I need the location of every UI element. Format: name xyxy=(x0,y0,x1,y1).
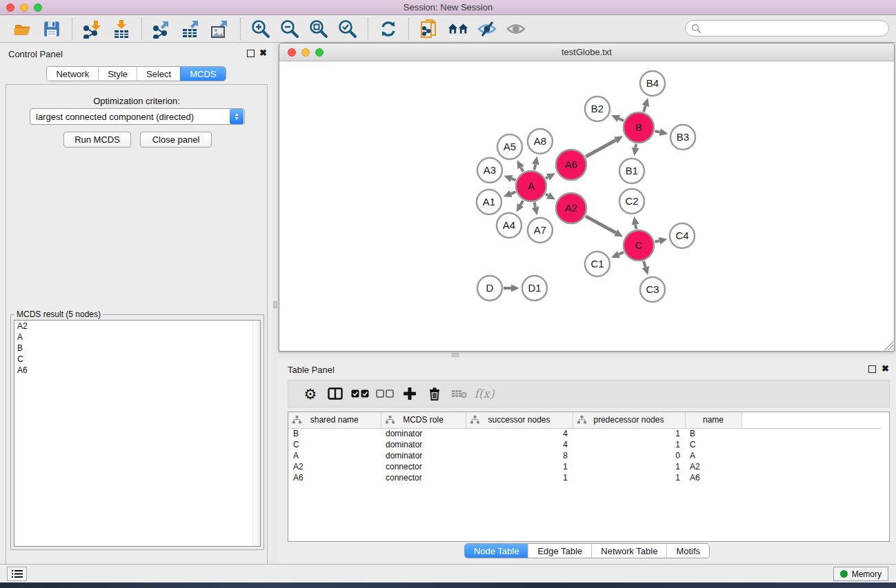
cell-predecessor-nodes[interactable]: 1 xyxy=(573,428,685,439)
edge-C-C2[interactable] xyxy=(635,225,636,230)
column-header-MCDS-role[interactable]: MCDS role xyxy=(381,412,466,428)
search-input[interactable] xyxy=(701,23,874,34)
hide-selection-button[interactable] xyxy=(476,18,498,40)
table-row[interactable]: Cdominator41C xyxy=(288,439,882,450)
minimize-window-button[interactable] xyxy=(20,3,28,12)
cell-name[interactable]: A2 xyxy=(685,461,741,472)
table-settings-button[interactable]: ⚙ xyxy=(298,383,323,404)
edge-C-C4[interactable] xyxy=(655,241,659,241)
horizontal-split-handle[interactable] xyxy=(452,353,459,357)
network-window-titlebar[interactable]: testGlobe.txt xyxy=(279,43,894,61)
cell-predecessor-nodes[interactable]: 1 xyxy=(573,461,685,472)
cell-successor-nodes[interactable]: 8 xyxy=(466,450,573,461)
close-window-button[interactable] xyxy=(6,3,14,12)
table-row[interactable]: A2connector11A2 xyxy=(288,461,882,472)
cell-successor-nodes[interactable]: 1 xyxy=(466,461,573,472)
tab-edge-table[interactable]: Edge Table xyxy=(528,544,591,558)
run-mcds-button[interactable]: Run MCDS xyxy=(63,132,131,148)
delete-column-button[interactable] xyxy=(422,383,447,404)
column-header-name[interactable]: name xyxy=(685,412,741,428)
edge-A-A6[interactable] xyxy=(546,177,548,179)
cell-successor-nodes[interactable]: 1 xyxy=(466,472,573,483)
mcds-result-item[interactable]: A xyxy=(14,332,260,343)
edge-A2-C[interactable] xyxy=(586,216,616,233)
cell-name[interactable]: C xyxy=(685,439,741,450)
cell-shared-name[interactable]: A6 xyxy=(288,472,381,483)
search-field[interactable] xyxy=(685,20,889,37)
edge-A-A5[interactable] xyxy=(521,168,523,172)
cell-shared-name[interactable]: A xyxy=(288,450,381,461)
cell-name[interactable]: A6 xyxy=(685,472,741,483)
cell-MCDS-role[interactable]: dominator xyxy=(381,450,466,461)
edge-A-A7[interactable] xyxy=(535,203,535,207)
export-table-button[interactable] xyxy=(180,18,202,40)
tab-network[interactable]: Network xyxy=(47,67,98,81)
mcds-result-item[interactable]: C xyxy=(14,354,260,365)
edge-A-A2[interactable] xyxy=(546,194,548,196)
float-panel-icon[interactable] xyxy=(247,50,255,57)
zoom-out-button[interactable] xyxy=(279,18,301,40)
zoom-selected-button[interactable] xyxy=(337,18,359,40)
refresh-layout-button[interactable] xyxy=(377,18,399,40)
edge-B-B2[interactable] xyxy=(619,119,624,121)
edge-A6-B[interactable] xyxy=(586,140,616,156)
show-all-button[interactable] xyxy=(505,18,527,40)
tab-mcds[interactable]: MCDS xyxy=(180,67,225,81)
zoom-view-button[interactable] xyxy=(315,48,323,57)
new-network-from-selection-button[interactable] xyxy=(418,18,440,40)
tab-node-table[interactable]: Node Table xyxy=(465,544,528,558)
unselect-all-columns-button[interactable] xyxy=(372,383,397,404)
cell-MCDS-role[interactable]: connector xyxy=(381,461,466,472)
cell-shared-name[interactable]: C xyxy=(288,439,381,450)
import-table-button[interactable] xyxy=(110,18,132,40)
cell-MCDS-role[interactable]: connector xyxy=(381,472,466,483)
edge-B-B1[interactable] xyxy=(635,144,636,148)
zoom-fit-button[interactable] xyxy=(308,18,330,40)
float-panel-icon[interactable] xyxy=(868,365,876,373)
edge-C-C1[interactable] xyxy=(619,252,624,254)
resize-grip-icon[interactable] xyxy=(884,341,893,350)
table-row[interactable]: Bdominator41B xyxy=(288,428,882,439)
cell-predecessor-nodes[interactable]: 0 xyxy=(573,450,685,461)
close-panel-icon[interactable]: ✖ xyxy=(259,48,267,58)
table-row[interactable]: Adominator80A xyxy=(288,450,882,461)
optimization-criterion-dropdown[interactable]: largest connected component (directed) ▲… xyxy=(30,108,245,125)
column-header-predecessor-nodes[interactable]: predecessor nodes xyxy=(573,412,685,428)
edge-A-A8[interactable] xyxy=(535,164,536,170)
function-builder-button[interactable]: f(x) xyxy=(472,383,497,404)
mcds-result-item[interactable]: A6 xyxy=(14,365,260,376)
list-scrollbar[interactable] xyxy=(252,321,260,546)
save-session-button[interactable] xyxy=(41,18,63,40)
edge-B-B3[interactable] xyxy=(655,131,659,132)
zoom-window-button[interactable] xyxy=(34,3,42,12)
task-history-button[interactable] xyxy=(7,567,27,581)
cell-predecessor-nodes[interactable]: 1 xyxy=(573,472,685,483)
memory-button[interactable]: Memory xyxy=(833,567,888,581)
edge-B-B4[interactable] xyxy=(644,105,646,112)
edge-A-A1[interactable] xyxy=(511,192,516,194)
cell-successor-nodes[interactable]: 4 xyxy=(466,439,573,450)
edge-A-A3[interactable] xyxy=(512,179,516,180)
tab-motifs[interactable]: Motifs xyxy=(666,544,709,558)
cell-name[interactable]: B xyxy=(685,428,741,439)
select-all-columns-button[interactable] xyxy=(348,383,372,404)
add-column-button[interactable] xyxy=(397,383,422,404)
close-panel-button[interactable]: Close panel xyxy=(140,132,212,148)
mcds-result-list[interactable]: A2ABCA6 xyxy=(14,320,261,547)
cell-MCDS-role[interactable]: dominator xyxy=(381,439,466,450)
cell-name[interactable]: A xyxy=(685,450,741,461)
close-view-button[interactable] xyxy=(288,48,296,57)
close-panel-icon[interactable]: ✖ xyxy=(882,363,889,374)
show-column-button[interactable] xyxy=(323,383,348,404)
edge-C-C3[interactable] xyxy=(644,261,646,267)
import-network-button[interactable] xyxy=(81,18,103,40)
table-row[interactable]: A6connector11A6 xyxy=(288,472,882,483)
tab-select[interactable]: Select xyxy=(137,67,180,81)
node-table[interactable]: shared nameMCDS rolesuccessor nodesprede… xyxy=(288,412,890,542)
cell-shared-name[interactable]: B xyxy=(288,428,381,439)
export-image-button[interactable] xyxy=(209,18,231,40)
minimize-view-button[interactable] xyxy=(301,48,310,57)
cell-successor-nodes[interactable]: 4 xyxy=(466,428,573,439)
cell-predecessor-nodes[interactable]: 1 xyxy=(573,439,685,450)
tab-style[interactable]: Style xyxy=(98,67,137,81)
